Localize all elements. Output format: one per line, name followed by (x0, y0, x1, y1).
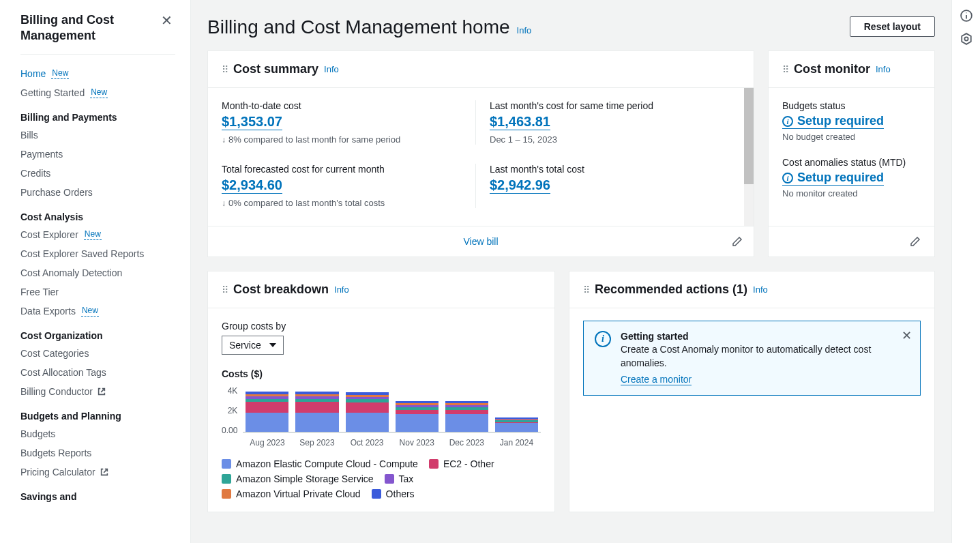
legend-label: Amazon Elastic Compute Cloud - Compute (236, 458, 418, 469)
legend-swatch (372, 489, 381, 499)
legend-label: EC2 - Other (443, 458, 494, 469)
sidebar-item-cost-categories[interactable]: Cost Categories (20, 344, 175, 363)
cost-summary-info[interactable]: Info (324, 64, 339, 74)
chevron-down-icon (269, 343, 276, 347)
new-badge: New (51, 68, 69, 79)
sidebar-item-pricing-calculator[interactable]: Pricing Calculator (20, 463, 175, 482)
metric-value-link[interactable]: $2,942.96 (490, 177, 550, 194)
sidebar-item-purchase-orders[interactable]: Purchase Orders (20, 183, 175, 202)
monitor-block: Cost anomalies status (MTD)iSetup requir… (782, 157, 921, 199)
legend-item: Amazon Virtual Private Cloud (222, 488, 361, 499)
close-icon[interactable]: ✕ (158, 12, 175, 29)
close-icon[interactable]: ✕ (902, 328, 912, 343)
sidebar-item-cost-allocation-tags[interactable]: Cost Allocation Tags (20, 363, 175, 382)
legend-item: Tax (385, 473, 414, 484)
legend-item: Amazon Simple Storage Service (222, 473, 374, 484)
sidebar-item-payments[interactable]: Payments (20, 145, 175, 164)
metric-value-link[interactable]: $1,463.81 (490, 114, 550, 130)
nav-item-label: Home (20, 68, 46, 79)
x-axis-label: Dec 2023 (449, 438, 484, 447)
page-info-link[interactable]: Info (517, 25, 532, 35)
bar-segment (246, 413, 288, 432)
cost-summary-card: ⠿ Cost summary Info Month-to-date cost$1… (207, 50, 754, 257)
nav-item-label: Payments (20, 149, 63, 160)
monitor-label: Cost anomalies status (MTD) (782, 157, 921, 168)
legend-label: Tax (399, 473, 414, 484)
x-axis-label: Sep 2023 (299, 438, 334, 447)
edit-icon[interactable] (732, 236, 743, 247)
create-monitor-link[interactable]: Create a monitor (621, 374, 692, 385)
svg-point-2 (966, 12, 966, 13)
external-link-icon (100, 467, 109, 477)
sidebar-title: Billing and Cost Management (20, 12, 158, 44)
drag-handle-icon[interactable]: ⠿ (222, 65, 228, 74)
nav-item-label: Credits (20, 168, 50, 179)
nav-section-heading: Billing and Payments (20, 102, 175, 126)
drag-handle-icon[interactable]: ⠿ (782, 65, 788, 74)
metric-value-link[interactable]: $1,353.07 (222, 114, 282, 130)
arrow-down-icon: ↓ (222, 199, 226, 208)
legend-swatch (222, 459, 231, 469)
nav-item-label: Purchase Orders (20, 187, 93, 198)
legend-swatch (429, 459, 439, 469)
nav-section-heading: Savings and (20, 482, 175, 505)
info-icon: i (595, 331, 611, 347)
sidebar-item-budgets[interactable]: Budgets (20, 424, 175, 443)
chart-y-title: Costs ($) (222, 368, 541, 379)
group-by-select[interactable]: Service (222, 336, 284, 355)
getting-started-alert: i Getting started Create a Cost Anomaly … (583, 321, 921, 396)
drag-handle-icon[interactable]: ⠿ (583, 285, 589, 295)
recommended-actions-card: ⠿ Recommended actions (1) Info i Getting… (569, 271, 935, 512)
bar-segment (295, 402, 338, 413)
sidebar-item-credits[interactable]: Credits (20, 164, 175, 183)
bar-sep-2023 (295, 392, 338, 432)
metric-value-link[interactable]: $2,934.60 (222, 177, 282, 194)
scrollbar[interactable] (744, 88, 754, 226)
stacked-bar-chart (243, 386, 541, 432)
alert-title: Getting started (621, 331, 909, 342)
sidebar-item-data-exports[interactable]: Data ExportsNew (20, 302, 175, 321)
sidebar-item-budgets-reports[interactable]: Budgets Reports (20, 443, 175, 463)
right-utility-rail (951, 0, 980, 543)
svg-marker-3 (962, 33, 971, 44)
sidebar-item-free-tier[interactable]: Free Tier (20, 282, 175, 302)
bar-segment (495, 423, 538, 432)
metric-label: Last month's cost for same time period (490, 100, 717, 111)
sidebar-item-cost-explorer-saved-reports[interactable]: Cost Explorer Saved Reports (20, 244, 175, 263)
metric-label: Last month's total cost (490, 164, 717, 175)
drag-handle-icon[interactable]: ⠿ (222, 285, 228, 295)
cost-metric: Last month's total cost$2,942.96 (476, 164, 730, 208)
info-icon[interactable] (960, 10, 972, 22)
cost-breakdown-info[interactable]: Info (334, 284, 349, 295)
new-badge: New (81, 306, 99, 317)
sidebar-item-cost-explorer[interactable]: Cost ExplorerNew (20, 225, 175, 244)
cost-breakdown-title: Cost breakdown (233, 282, 329, 297)
edit-icon[interactable] (910, 236, 921, 247)
setup-required-link[interactable]: iSetup required (782, 171, 884, 186)
legend-item: Amazon Elastic Compute Cloud - Compute (222, 458, 418, 469)
nav-section-heading: Cost Organization (20, 321, 175, 344)
monitor-sub: No monitor created (782, 188, 921, 199)
setup-required-link[interactable]: iSetup required (782, 114, 884, 129)
sidebar-item-cost-anomaly-detection[interactable]: Cost Anomaly Detection (20, 263, 175, 282)
sidebar-item-getting-started[interactable]: Getting StartedNew (20, 83, 175, 102)
view-bill-link[interactable]: View bill (463, 236, 498, 247)
settings-icon[interactable] (960, 33, 972, 45)
sidebar[interactable]: Billing and Cost Management ✕ HomeNewGet… (0, 0, 191, 543)
recommended-info[interactable]: Info (753, 284, 768, 295)
sidebar-item-bills[interactable]: Bills (20, 126, 175, 145)
metric-sub: Dec 1 – 15, 2023 (490, 134, 717, 145)
legend-swatch (385, 474, 394, 484)
bar-nov-2023 (396, 401, 439, 432)
nav-section-heading: Cost Analysis (20, 202, 175, 225)
sidebar-item-home[interactable]: HomeNew (20, 64, 175, 83)
bar-jan-2024 (495, 417, 538, 432)
bar-segment (295, 413, 338, 432)
reset-layout-button[interactable]: Reset layout (850, 16, 935, 37)
cost-monitor-card: ⠿ Cost monitor Info Budgets statusiSetup… (768, 50, 935, 257)
cost-monitor-info[interactable]: Info (876, 64, 891, 74)
cost-summary-title: Cost summary (233, 62, 318, 76)
cost-metric: Month-to-date cost$1,353.07↓8% compared … (222, 100, 476, 145)
sidebar-item-billing-conductor[interactable]: Billing Conductor (20, 382, 175, 401)
chart-legend: Amazon Elastic Compute Cloud - ComputeEC… (222, 458, 541, 499)
